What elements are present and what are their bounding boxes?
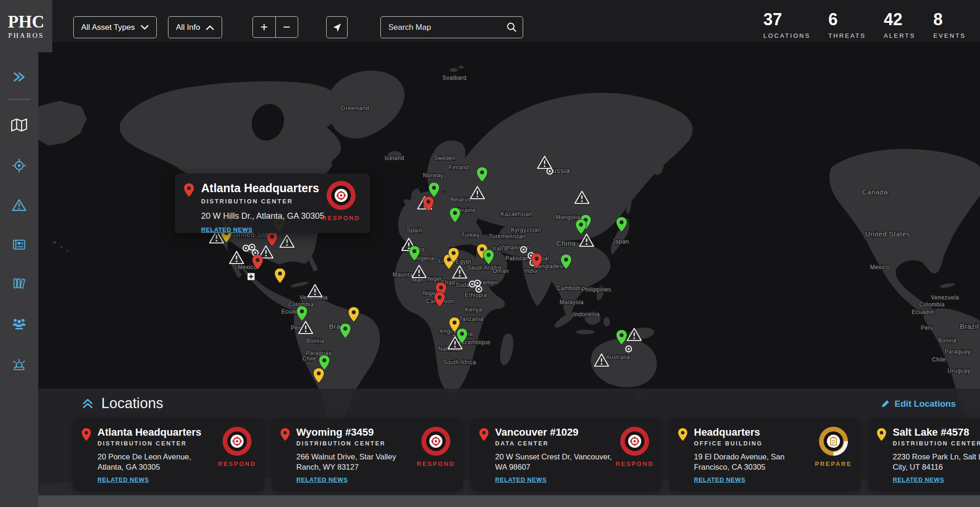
badge-label: RESPOND (415, 460, 457, 467)
svg-text:Kenya: Kenya (465, 306, 483, 313)
map-cluster-dot[interactable] (243, 245, 249, 251)
svg-text:Chile: Chile (932, 356, 946, 363)
asset-types-dropdown[interactable]: All Asset Types (73, 16, 157, 38)
related-news-link[interactable]: RELATED NEWS (495, 476, 546, 483)
map-cluster-dot[interactable] (475, 280, 480, 286)
double-chevron-right-icon (12, 70, 26, 84)
stat-value: 37 (763, 11, 811, 28)
svg-text:Spain: Spain (406, 227, 422, 234)
map-cluster-dot[interactable] (547, 168, 553, 174)
map-cluster-dot[interactable] (626, 346, 631, 352)
stat-value: 42 (884, 11, 916, 28)
svg-text:Niger: Niger (427, 276, 442, 282)
svg-text:Philippines: Philippines (581, 286, 611, 293)
crosshair-target-icon (12, 158, 27, 173)
team-people-icon (11, 316, 27, 330)
sidebar-item-library[interactable] (0, 276, 38, 290)
expand-sidebar-button[interactable] (0, 70, 38, 84)
svg-text:Canada: Canada (862, 188, 888, 196)
sidebar-divider (8, 99, 30, 100)
svg-text:South Africa: South Africa (443, 359, 476, 366)
svg-text:Colombia: Colombia (919, 301, 945, 308)
location-card[interactable]: Headquarters OFFICE BUILDING 19 El Dorad… (670, 418, 860, 491)
location-title: Salt Lake #4578 (893, 427, 980, 438)
zoom-in-button[interactable]: + (253, 17, 275, 37)
location-address: 19 El Dorado Avenue, San Francisco, CA 3… (694, 451, 812, 472)
svg-text:Turkmenistan: Turkmenistan (489, 233, 525, 240)
status-badge-respond[interactable]: RESPOND (614, 426, 656, 467)
sidebar (0, 0, 38, 507)
stat-alerts: 42 ALERTS (884, 11, 916, 39)
stat-label: LOCATIONS (763, 32, 811, 39)
svg-text:United States: United States (865, 230, 910, 238)
map-pin-icon (183, 183, 195, 199)
svg-text:Mongolia: Mongolia (556, 214, 581, 221)
svg-text:Uruguay: Uruguay (948, 368, 971, 374)
svg-text:Bolivia: Bolivia (938, 337, 957, 344)
sidebar-item-locations[interactable] (0, 158, 38, 173)
related-news-link[interactable]: RELATED NEWS (98, 476, 149, 483)
svg-text:Tanzania: Tanzania (459, 316, 483, 322)
info-dropdown[interactable]: All Info (168, 16, 222, 38)
location-card[interactable]: Atlanta Headquarters DISTRIBUTION CENTER… (73, 418, 264, 491)
badge-label: RESPOND (216, 460, 258, 467)
map-search-input[interactable] (380, 16, 523, 38)
zoom-out-button[interactable]: − (275, 17, 298, 37)
sidebar-item-alerts[interactable] (0, 358, 38, 372)
collapse-panel-button[interactable] (82, 398, 94, 409)
svg-text:China: China (556, 239, 576, 247)
location-card[interactable]: Vancouver #1029 DATA CENTER 20 W Sunset … (471, 418, 661, 491)
svg-text:Egypt: Egypt (455, 258, 471, 265)
map-cluster-dot[interactable] (249, 244, 255, 250)
map-cluster-dot[interactable] (521, 247, 526, 252)
map-warning-marker[interactable] (230, 251, 244, 264)
location-card[interactable]: Wyoming #3459 DISTRIBUTION CENTER 266 Wa… (272, 418, 462, 491)
related-news-link[interactable]: RELATED NEWS (296, 476, 348, 483)
svg-text:Mexico: Mexico (870, 264, 889, 271)
panel-title: Locations (101, 395, 163, 412)
sidebar-item-threats[interactable] (0, 198, 38, 212)
svg-text:Chile: Chile (302, 355, 316, 362)
warning-triangle-icon (12, 198, 27, 212)
sidebar-item-news[interactable] (0, 238, 38, 251)
map-zoom-controls: + − (252, 16, 298, 38)
related-news-link[interactable]: RELATED NEWS (201, 226, 252, 233)
respond-target-icon (619, 426, 650, 457)
svg-text:Greenland: Greenland (341, 105, 370, 111)
map-plus-marker[interactable] (247, 273, 255, 280)
svg-text:Kyrgyzstan: Kyrgyzstan (511, 227, 541, 233)
stat-value: 6 (828, 11, 866, 28)
sidebar-item-map[interactable] (0, 118, 38, 132)
svg-text:Sweden: Sweden (434, 155, 455, 161)
svg-text:Finland: Finland (449, 164, 469, 171)
svg-text:Ecuador: Ecuador (912, 309, 934, 315)
map-pin-yellow[interactable] (275, 268, 286, 283)
respond-badge[interactable]: RESPOND (320, 180, 363, 222)
related-news-link[interactable]: RELATED NEWS (694, 476, 745, 483)
location-address: 20 W Sunset Crest Dr, Vancouver, WA 9860… (495, 451, 613, 472)
books-icon (12, 276, 27, 290)
location-popup[interactable]: Atlanta Headquarters DISTRIBUTION CENTER… (175, 174, 370, 233)
map-pin-icon (479, 428, 489, 443)
location-card[interactable]: Salt Lake #4578 DISTRIBUTION CENTER 2230… (868, 418, 980, 491)
location-address: 20 Ponce De Leon Avenue, Atlanta, GA 303… (98, 451, 215, 472)
location-type: DISTRIBUTION CENTER (893, 440, 980, 447)
status-badge-respond[interactable]: RESPOND (216, 426, 258, 467)
stat-events: 8 EVENTS (933, 11, 966, 39)
svg-text:Indonesia: Indonesia (574, 311, 600, 318)
svg-text:Japan: Japan (612, 238, 629, 245)
related-news-link[interactable]: RELATED NEWS (893, 476, 944, 483)
map-cluster-dot[interactable] (476, 286, 482, 292)
stat-value: 8 (933, 11, 966, 28)
map-pin-icon (81, 428, 91, 443)
locate-me-button[interactable] (326, 16, 348, 38)
status-badge-prepare[interactable]: PREPARE (812, 426, 854, 467)
location-address: 266 Walnut Drive, Star Valley Ranch, WY … (296, 451, 414, 472)
badge-label: PREPARE (812, 460, 854, 467)
status-badge-respond[interactable]: RESPOND (415, 426, 457, 467)
sidebar-item-team[interactable] (0, 316, 38, 330)
svg-text:Turkey: Turkey (461, 232, 479, 238)
svg-text:Cambodia: Cambodia (557, 285, 584, 292)
map-warning-marker[interactable] (308, 285, 322, 297)
edit-locations-button[interactable]: Edit Locations (881, 399, 956, 409)
